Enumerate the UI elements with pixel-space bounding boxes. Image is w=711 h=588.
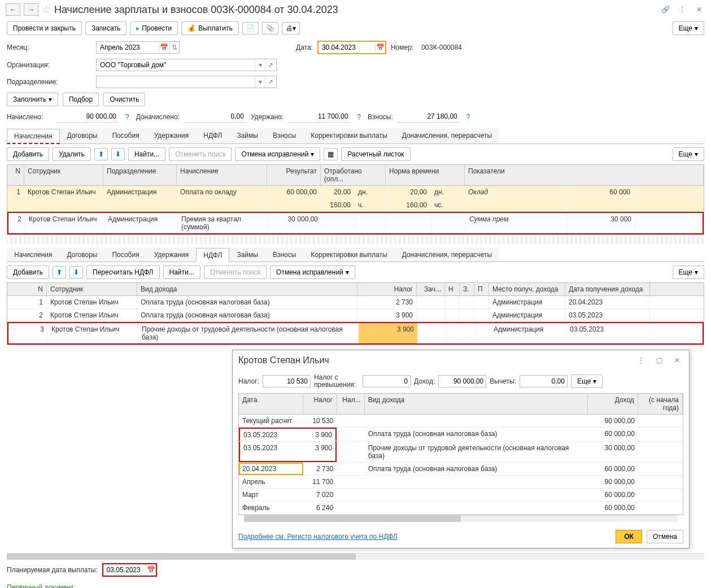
- help-icon[interactable]: ?: [123, 113, 132, 121]
- tax-value[interactable]: [263, 375, 311, 387]
- more-button[interactable]: Еще ▾: [673, 21, 704, 35]
- col-inc[interactable]: Вид дохода: [137, 283, 357, 295]
- table-row[interactable]: 3Кротов Степан ИльичПрочие доходы от тру…: [7, 322, 704, 345]
- table-row[interactable]: 1Кротов Степан ИльичАдминистрацияОплата …: [7, 186, 704, 199]
- popup-grid[interactable]: Дата Налог Нал... Вид дохода Доход (с на…: [238, 393, 683, 515]
- excess-value[interactable]: [363, 375, 411, 387]
- tab-4[interactable]: НДФЛ: [196, 248, 229, 262]
- cancel-fix-button[interactable]: Отмена исправлений ▾: [270, 265, 355, 279]
- print-icon-button[interactable]: 🖨▾: [282, 22, 300, 34]
- col-type[interactable]: Вид дохода: [365, 394, 588, 414]
- save-button[interactable]: Записать: [85, 21, 127, 35]
- move-down-button[interactable]: ⬇: [69, 266, 83, 278]
- help-icon[interactable]: ?: [355, 113, 363, 121]
- list-item[interactable]: Текущий расчет10 53090 000,00: [239, 415, 683, 428]
- move-down-button[interactable]: ⬇: [111, 148, 125, 160]
- report-icon-button[interactable]: 📄: [242, 22, 259, 34]
- help-icon[interactable]: ?: [464, 113, 473, 121]
- link-icon[interactable]: 🔗: [659, 4, 671, 15]
- tab-3[interactable]: Удержания: [147, 247, 197, 262]
- pick-button[interactable]: Подбор: [63, 93, 99, 106]
- col-ind[interactable]: Показатели: [465, 165, 704, 185]
- ok-button[interactable]: ОК: [616, 530, 642, 543]
- col-z[interactable]: З.: [460, 283, 474, 295]
- col-n[interactable]: N: [7, 283, 47, 295]
- payslip-button[interactable]: Расчетный листок: [341, 147, 410, 161]
- list-item[interactable]: Февраль6 24060 000,00: [239, 502, 683, 515]
- main-scrollbar[interactable]: [7, 553, 704, 560]
- col-accr[interactable]: Начисление: [177, 165, 267, 185]
- open-icon[interactable]: ↗: [265, 76, 275, 88]
- col-tax13[interactable]: Нал...: [337, 394, 365, 414]
- table-row[interactable]: 1Кротов Степан ИльичОплата труда (основн…: [7, 296, 704, 309]
- col-norm[interactable]: Норма времени: [386, 165, 465, 185]
- deduct-value[interactable]: [520, 375, 568, 387]
- col-dept[interactable]: Подразделение: [103, 165, 177, 185]
- calendar-icon[interactable]: 📅: [375, 42, 385, 53]
- post-button[interactable]: ▸Провести: [130, 21, 178, 35]
- maximize-icon[interactable]: ▢: [653, 355, 665, 366]
- popup-scrollbar[interactable]: [244, 515, 678, 522]
- move-up-button[interactable]: ⬆: [53, 266, 66, 278]
- income-value[interactable]: [438, 375, 486, 387]
- col-n[interactable]: N: [7, 165, 24, 185]
- col-zach[interactable]: Зач...: [417, 283, 445, 295]
- ndfl-grid[interactable]: N Сотрудник Вид дохода Налог Зач... Н З.…: [7, 282, 704, 345]
- col-place[interactable]: Место получ. дохода: [489, 283, 565, 295]
- org-input[interactable]: [97, 59, 255, 71]
- col-emp[interactable]: Сотрудник: [24, 165, 103, 185]
- star-icon[interactable]: ☆: [42, 3, 51, 16]
- dropdown-icon[interactable]: ▾: [255, 76, 265, 88]
- cancel-find-button[interactable]: Отменить поиск: [169, 147, 232, 161]
- add-button[interactable]: Добавить: [7, 265, 49, 279]
- back-button[interactable]: ←: [6, 3, 20, 16]
- tab-4[interactable]: НДФЛ: [196, 128, 229, 143]
- more-button[interactable]: Еще ▾: [673, 265, 704, 279]
- add-accrued-value[interactable]: [184, 111, 246, 123]
- col-h[interactable]: Н: [445, 283, 460, 295]
- list-item[interactable]: Март7 02060 000,00: [239, 489, 683, 502]
- tab-5[interactable]: Займы: [229, 247, 265, 262]
- post-and-close-button[interactable]: Провести и закрыть: [7, 21, 82, 35]
- accrued-value[interactable]: [56, 111, 119, 123]
- col-emp[interactable]: Сотрудник: [47, 283, 137, 295]
- cancel-fix-button[interactable]: Отмена исправлений ▾: [235, 147, 320, 161]
- withheld-value[interactable]: [288, 111, 350, 123]
- tab-0[interactable]: Начисления: [7, 129, 60, 144]
- forward-button[interactable]: →: [24, 3, 38, 16]
- tab-8[interactable]: Доначисления, перерасчеты: [395, 247, 499, 262]
- col-inc[interactable]: Доход: [588, 394, 638, 414]
- contrib-value[interactable]: [398, 111, 460, 123]
- popup-more-button[interactable]: Еще ▾: [571, 374, 603, 388]
- tab-0[interactable]: Начисления: [7, 247, 60, 262]
- col-p[interactable]: П: [474, 283, 489, 295]
- col-tax[interactable]: Налог: [303, 394, 337, 414]
- col-tax[interactable]: Налог: [357, 283, 417, 295]
- open-icon[interactable]: ↗: [265, 59, 275, 71]
- tax-register-link[interactable]: Подробнее см. Регистр налогового учета п…: [238, 533, 398, 541]
- attach-icon-button[interactable]: 📎: [262, 22, 278, 34]
- tab-3[interactable]: Удержания: [147, 128, 197, 143]
- clear-button[interactable]: Очистить: [103, 93, 145, 106]
- table-row[interactable]: 160,00ч.160,00чс.: [7, 199, 704, 212]
- table-row[interactable]: 2Кротов Степан ИльичАдминистрацияПремия …: [7, 212, 704, 234]
- cancel-button[interactable]: Отмена: [647, 530, 683, 543]
- col-year[interactable]: (с начала года): [638, 394, 683, 414]
- dept-input[interactable]: [97, 76, 255, 88]
- list-item[interactable]: Апрель11 70090 000,00: [239, 476, 683, 489]
- tab-8[interactable]: Доначисления, перерасчеты: [395, 128, 499, 143]
- accruals-grid[interactable]: N Сотрудник Подразделение Начисление Рез…: [7, 164, 704, 235]
- list-item[interactable]: 03.05.20233 900Прочие доходы от трудовой…: [239, 442, 683, 463]
- tab-5[interactable]: Займы: [229, 128, 265, 143]
- primary-doc-link[interactable]: Первичный документ: [7, 583, 74, 588]
- kebab-icon[interactable]: ⋮: [676, 4, 688, 15]
- col-res[interactable]: Результат: [267, 165, 321, 185]
- close-icon[interactable]: ✕: [671, 355, 683, 366]
- close-icon[interactable]: ✕: [693, 4, 705, 15]
- find-button[interactable]: Найти...: [128, 147, 165, 161]
- dropdown-icon[interactable]: ▾: [255, 59, 265, 71]
- tab-2[interactable]: Пособия: [104, 247, 146, 262]
- add-button[interactable]: Добавить: [7, 147, 49, 161]
- col-date[interactable]: Дата получения дохода: [565, 283, 650, 295]
- date-input[interactable]: [319, 42, 375, 53]
